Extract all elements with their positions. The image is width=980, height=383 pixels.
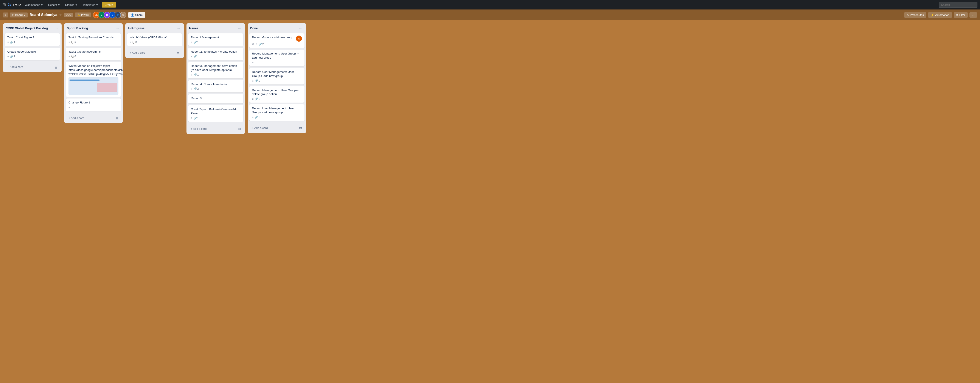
add-card-label: + Add a card bbox=[191, 127, 207, 131]
card-meta: ≡🔗1 bbox=[252, 97, 302, 101]
grid-icon[interactable]: ⊞ bbox=[3, 2, 6, 7]
card-lines-icon: ≡ bbox=[68, 41, 70, 44]
add-card-btn-done[interactable]: + Add a card▤ bbox=[249, 124, 304, 131]
card-title: Report 5. bbox=[191, 96, 241, 101]
card-c2[interactable]: Create Report Module≡🔗1 bbox=[5, 48, 60, 60]
card-count: 2 bbox=[75, 55, 76, 58]
board-view-btn[interactable]: ⊞ Board ∨ bbox=[10, 13, 28, 18]
card-title: Task2 Create algorythms bbox=[68, 50, 118, 54]
card-c16[interactable]: Report. User Management: User Group-> ad… bbox=[249, 68, 304, 85]
card-title: Watch Videos (CRDF Global) bbox=[130, 35, 180, 40]
card-lines-icon: ≡ bbox=[191, 41, 192, 44]
recent-btn[interactable]: Recent ∨ bbox=[46, 2, 62, 7]
card-eye-icon: 👁 bbox=[252, 43, 255, 46]
card-c1[interactable]: Task : Creat Figure 2≡🔗1 bbox=[5, 34, 60, 46]
card-c14[interactable]: Report. Group-> add new groupSL👁≡🔗2 bbox=[249, 34, 304, 48]
card-title: Report. Management: User Group-> add new… bbox=[252, 52, 302, 60]
private-btn[interactable]: 🔒 Private bbox=[75, 13, 91, 17]
card-title: Report. Management: User Group-> delete … bbox=[252, 88, 302, 97]
add-card-btn-crdf-backlog[interactable]: + Add a card▤ bbox=[5, 64, 60, 70]
filter-icon: ≡ bbox=[956, 13, 958, 17]
list-cards-done: Report. Group-> add new groupSL👁≡🔗2Repor… bbox=[248, 32, 306, 123]
card-c7[interactable]: Watch Videos (CRDF Global)≡💬2 bbox=[127, 34, 182, 46]
workspaces-btn[interactable]: Workspaces ∨ bbox=[23, 2, 45, 7]
card-count: 2 bbox=[136, 41, 138, 44]
avatar-plus[interactable]: +1 bbox=[120, 12, 126, 18]
card-attach-icon: 🔗1 bbox=[255, 116, 260, 119]
card-c12[interactable]: Report 5. bbox=[188, 94, 243, 104]
add-card-btn-issues[interactable]: + Add a card▤ bbox=[188, 125, 243, 132]
card-meta: ≡🔗1 bbox=[252, 116, 302, 119]
card-title: Report 2. Templates-> create option bbox=[191, 50, 241, 54]
card-c11[interactable]: Report 4. Create Introdaction≡🔗2 bbox=[188, 80, 243, 93]
card-c15[interactable]: Report. Management: User Group-> add new… bbox=[249, 49, 304, 66]
add-card-label: + Add a card bbox=[7, 65, 23, 69]
filter-label: Filter bbox=[959, 13, 965, 17]
list-menu-btn-in-progress[interactable]: ··· bbox=[175, 26, 181, 31]
nav-right bbox=[939, 2, 977, 8]
card-c4[interactable]: Task2 Create algorythms≡💬2 bbox=[66, 48, 121, 60]
more-btn[interactable]: ··· bbox=[969, 12, 977, 18]
private-label: Private bbox=[81, 13, 89, 16]
back-btn[interactable]: > bbox=[3, 13, 8, 18]
card-lines-icon: ≡ bbox=[68, 106, 70, 109]
add-card-btn-sprint-backlog[interactable]: + Add a card▤ bbox=[66, 115, 121, 121]
card-c5[interactable]: Watch Videos on Project's topic: https:/… bbox=[66, 62, 121, 97]
card-meta: ≡🔗1 bbox=[191, 41, 241, 44]
card-c9[interactable]: Report 2. Templates-> create option≡🔗1 bbox=[188, 48, 243, 60]
list-crdf-backlog: CRDF Global Project Backlog···Task : Cre… bbox=[3, 23, 62, 72]
card-meta: ≡🔗1 bbox=[7, 55, 57, 58]
filter-btn[interactable]: ≡ Filter bbox=[954, 12, 968, 18]
card-count: 1 bbox=[258, 116, 260, 119]
list-cards-issues: Report1 Management≡🔗1Report 2. Templates… bbox=[186, 32, 245, 124]
board-content: CRDF Global Project Backlog···Task : Cre… bbox=[0, 20, 980, 383]
search-input[interactable] bbox=[939, 2, 977, 8]
star-btn[interactable]: ☆ bbox=[59, 13, 62, 17]
card-lines-icon: ≡ bbox=[191, 87, 192, 90]
share-label: Share bbox=[135, 13, 143, 17]
card-count: 2 bbox=[197, 87, 199, 90]
card-title: Task1 : Testing Procedure Checklist bbox=[68, 35, 118, 40]
share-btn[interactable]: 👤 Share bbox=[128, 12, 145, 18]
card-title: Creat Report. Builder->Panels->Add Panel bbox=[191, 107, 241, 115]
card-attach-icon: 🔗1 bbox=[194, 55, 199, 58]
card-meta: ≡ bbox=[68, 106, 118, 109]
board-view-label: Board ∨ bbox=[15, 13, 25, 17]
card-meta: ≡ bbox=[252, 61, 302, 64]
card-comment-icon: 💬2 bbox=[71, 41, 76, 44]
powerups-btn[interactable]: ◇ Power-Ups bbox=[904, 12, 926, 18]
automation-btn[interactable]: ⚡ Automation bbox=[928, 12, 952, 18]
card-c10[interactable]: Report 3. Management: save option (to sa… bbox=[188, 62, 243, 78]
card-c13[interactable]: Creat Report. Builder->Panels->Add Panel… bbox=[188, 105, 243, 122]
card-meta: ≡💬2 bbox=[130, 41, 180, 44]
card-c3[interactable]: Task1 : Testing Procedure Checklist≡💬2 bbox=[66, 34, 121, 46]
templates-btn[interactable]: Templates ∨ bbox=[81, 2, 100, 7]
create-btn[interactable]: Create bbox=[102, 2, 116, 8]
card-c18[interactable]: Report. User Management: User Group-> ad… bbox=[249, 104, 304, 121]
card-c17[interactable]: Report. Management: User Group-> delete … bbox=[249, 86, 304, 103]
add-card-label: + Add a card bbox=[252, 126, 268, 129]
list-title-issues: Issues bbox=[189, 27, 199, 30]
list-menu-btn-issues[interactable]: ··· bbox=[237, 26, 242, 31]
list-menu-btn-crdf-backlog[interactable]: ··· bbox=[53, 26, 59, 31]
card-c8[interactable]: Report1 Management≡🔗1 bbox=[188, 34, 243, 46]
add-card-btn-in-progress[interactable]: + Add a card▤ bbox=[127, 49, 182, 56]
diamond-icon: ◇ bbox=[907, 13, 909, 17]
share-icon: 👤 bbox=[131, 13, 134, 17]
card-attach-icon: 🔗2 bbox=[259, 43, 264, 46]
card-title: Task : Creat Figure 2 bbox=[7, 35, 57, 40]
starred-btn[interactable]: Starred ∨ bbox=[64, 2, 79, 7]
card-attach-icon: 🔗1 bbox=[10, 55, 15, 58]
trello-logo-icon: 🗂 bbox=[8, 3, 11, 7]
card-title: Create Report Module bbox=[7, 50, 57, 54]
list-header-done: Done··· bbox=[248, 23, 306, 32]
card-c6[interactable]: Change Figure 1≡ bbox=[66, 99, 121, 111]
list-title-crdf-backlog: CRDF Global Project Backlog bbox=[6, 27, 48, 30]
list-in-progress: In Progress···Watch Videos (CRDF Global)… bbox=[125, 23, 184, 58]
list-menu-btn-done[interactable]: ··· bbox=[298, 26, 304, 31]
card-count: 2 bbox=[75, 41, 76, 44]
nav-left: ⊞ 🗂 Trello Workspaces ∨ Recent ∨ Starred… bbox=[3, 2, 937, 8]
card-attach-icon: 🔗1 bbox=[255, 79, 260, 82]
list-menu-btn-sprint-backlog[interactable]: ··· bbox=[115, 26, 120, 31]
card-lines-icon: ≡ bbox=[68, 55, 70, 58]
